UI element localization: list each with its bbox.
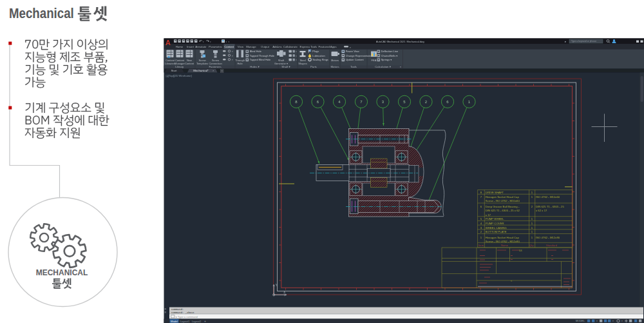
svg-text:Tools: Tools: [350, 65, 357, 68]
svg-text:Hexagon Socket Head Cap: Hexagon Socket Head Cap: [486, 195, 520, 199]
svg-text:Screw - ISO 4762 - M10x60: Screw - ISO 4762 - M10x60: [486, 199, 520, 202]
svg-text:Shaft ▾: Shaft ▾: [281, 65, 290, 68]
svg-text:Calculation ▾: Calculation ▾: [375, 65, 391, 68]
svg-text:Tapped Blind Hole: Tapped Blind Hole: [250, 58, 271, 61]
svg-text:Model: Model: [171, 320, 178, 323]
svg-text:Standard: Standard: [546, 244, 558, 247]
svg-text:Name: Name: [501, 244, 509, 247]
svg-text:Power View: Power View: [346, 50, 359, 53]
svg-text:Hole: Hole: [237, 62, 243, 65]
svg-text:▾: ▾: [350, 46, 351, 49]
svg-text:Plugs: Plugs: [312, 50, 319, 53]
svg-text:Manage: Manage: [246, 45, 256, 48]
svg-text:Manager: Manager: [175, 62, 185, 65]
svg-text:Blind Hole: Blind Hole: [250, 50, 262, 53]
svg-text:Tapped Through Hole: Tapped Through Hole: [250, 54, 275, 57]
svg-text:Output: Output: [261, 45, 270, 48]
svg-text:Add-ins: Add-ins: [272, 45, 282, 48]
svg-text:Sealing Rings: Sealing Rings: [312, 58, 328, 61]
svg-text:▾: ▾: [232, 55, 233, 57]
svg-text:Annotate: Annotate: [195, 45, 207, 48]
svg-text:Generator ▾: Generator ▾: [274, 62, 288, 65]
svg-text:Chains/Belts ▾: Chains/Belts ▾: [381, 54, 398, 57]
svg-text:+: +: [204, 319, 206, 323]
svg-text:[-][Top][2D Wireframe]: [-][Top][2D Wireframe]: [166, 74, 192, 77]
svg-text:▾: ▾: [596, 320, 598, 322]
svg-text:FEA: FEA: [372, 59, 377, 62]
svg-text:x 62 x 17: x 62 x 17: [536, 209, 547, 212]
svg-text:Content: Content: [224, 45, 234, 48]
svg-text:ISO 4762 - M10x60: ISO 4762 - M10x60: [536, 195, 560, 199]
svg-text:Command: _about: Command: _about: [171, 311, 194, 314]
svg-text:Shapes: Shapes: [298, 62, 307, 65]
svg-text:↶: ↶: [199, 39, 202, 43]
svg-text:Libraries: Libraries: [165, 62, 175, 65]
svg-text:Lubrication: Lubrication: [312, 54, 325, 57]
svg-text:▾: ▾: [400, 66, 401, 68]
svg-text:Motors: Motors: [331, 59, 339, 62]
svg-text:Collaborate: Collaborate: [283, 45, 298, 48]
svg-text:PUMP WHEEL: PUMP WHEEL: [486, 217, 504, 220]
svg-text:Parametric: Parametric: [209, 45, 223, 48]
svg-text:Home: Home: [176, 45, 184, 48]
svg-text:Connection: Connection: [209, 62, 222, 65]
svg-text:Motors: Motors: [330, 65, 339, 68]
svg-text:Fasteners: Fasteners: [209, 65, 221, 68]
svg-text:Qty: Qty: [529, 244, 534, 247]
svg-text:Item: Item: [478, 244, 484, 247]
svg-text:DIN 625 T1 - 6305 - 25: DIN 625 T1 - 6305 - 25: [536, 205, 564, 208]
svg-text:Type a keyword or phrase: Type a keyword or phrase: [571, 40, 596, 43]
svg-text:AutoCAD Mechanical 2021: AutoCAD Mechanical 2021: [376, 41, 406, 43]
svg-text:↷: ↷: [206, 39, 209, 43]
svg-text:Mechanical*: Mechanical*: [193, 69, 209, 72]
svg-text:WHEEL CASING: WHEEL CASING: [486, 226, 507, 230]
svg-text:Change Representation: Change Representation: [346, 54, 373, 57]
svg-text:A: A: [166, 39, 171, 46]
svg-text:Layout2: Layout2: [192, 320, 202, 323]
svg-text:Deflection Line: Deflection Line: [381, 50, 399, 53]
svg-text:Hexagon Socket Head Cap: Hexagon Socket Head Cap: [486, 236, 520, 239]
svg-text:Mechanical.dwg: Mechanical.dwg: [407, 41, 424, 43]
svg-text:Springs ▾: Springs ▾: [381, 58, 392, 61]
svg-text:Insert: Insert: [187, 45, 194, 48]
svg-text:MODEL: MODEL: [576, 319, 585, 322]
svg-text:Content: Content: [185, 62, 194, 65]
svg-text:Screw - ISO 4762 - M12x90: Screw - ISO 4762 - M12x90: [486, 240, 520, 243]
svg-text:PUMP COVER: PUMP COVER: [486, 222, 504, 225]
svg-text:Templates: Templates: [196, 62, 208, 65]
svg-text:▾: ▾: [612, 320, 614, 322]
svg-text:Update Content: Update Content: [346, 58, 365, 61]
svg-text:Deep Groove Ball Bearing -: Deep Groove Ball Bearing -: [486, 205, 520, 208]
svg-text:Layout1: Layout1: [180, 320, 190, 323]
svg-text:▾: ▾: [621, 320, 623, 322]
svg-text:View: View: [238, 45, 244, 48]
svg-text:Express Tools: Express Tools: [300, 45, 317, 48]
svg-text:ISO 4762 - M12x90: ISO 4762 - M12x90: [536, 236, 560, 239]
svg-text:Featured Apps: Featured Apps: [319, 45, 337, 48]
svg-text:x 17: x 17: [486, 213, 491, 217]
svg-text:MECHANICAL: MECHANICAL: [36, 268, 88, 277]
svg-text:BOTTOM PLATE: BOTTOM PLATE: [486, 230, 507, 233]
svg-text:DIN 625 T1 - 6305 - 25 x 62: DIN 625 T1 - 6305 - 25 x 62: [486, 209, 520, 212]
svg-text:Holes ▾: Holes ▾: [250, 65, 260, 68]
svg-text:Command:: Command:: [171, 308, 184, 311]
svg-text:DRIVE SHAFT: DRIVE SHAFT: [486, 191, 504, 194]
svg-text:Library: Library: [175, 65, 184, 68]
svg-text:Parts: Parts: [310, 65, 317, 68]
svg-text:▾: ▾: [232, 59, 233, 61]
svg-text:Start: Start: [171, 69, 177, 72]
svg-text:▾: ▾: [232, 50, 233, 53]
svg-text:53: 53: [519, 249, 522, 252]
svg-text:Mechanical: Mechanical: [9, 6, 74, 21]
svg-text:▸ Type a command: ▸ Type a command: [176, 315, 198, 318]
